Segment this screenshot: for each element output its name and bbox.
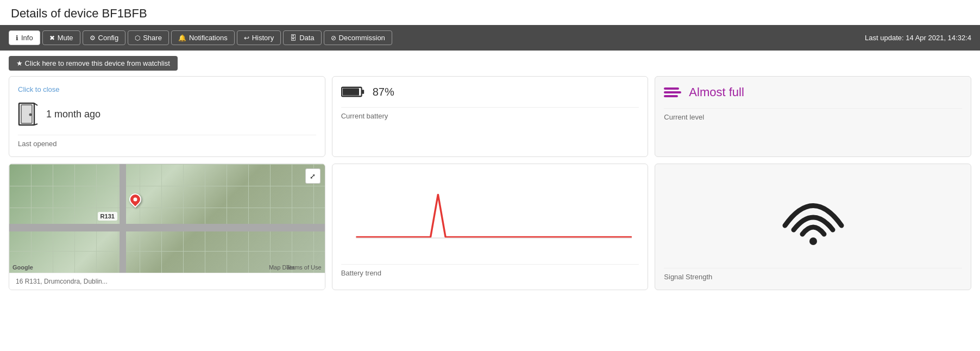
- tab-mute[interactable]: ✖ Mute: [42, 30, 80, 45]
- pin-body: [127, 191, 144, 208]
- battery-icon: [341, 85, 365, 98]
- waves-icon: [664, 87, 681, 97]
- door-icon-wrap: [18, 102, 39, 126]
- map-card: R131 ⤢ Google Map Data Terms of Use 16 R…: [9, 164, 325, 290]
- gear-icon: ⚙: [90, 34, 96, 42]
- tab-share[interactable]: ⬡ Share: [128, 30, 169, 45]
- wave-line-3: [664, 95, 678, 97]
- pin-dot: [134, 198, 137, 202]
- road-label: R131: [98, 212, 117, 221]
- share-icon: ⬡: [135, 34, 140, 42]
- info-icon: ℹ: [16, 34, 18, 42]
- svg-rect-7: [342, 89, 359, 96]
- info-card-label: Last opened: [18, 135, 316, 148]
- main-content: Click to close 1 month ago Last opened: [0, 76, 980, 299]
- level-status: Almost full: [689, 85, 744, 99]
- trend-chart: [341, 173, 639, 260]
- info-main: 1 month ago: [18, 102, 316, 130]
- decommission-icon: ⊘: [331, 34, 336, 42]
- tab-config[interactable]: ⚙ Config: [83, 30, 126, 45]
- google-logo: Google: [12, 264, 33, 271]
- trend-card: Battery trend: [332, 164, 649, 290]
- map-footer: 16 R131, Drumcondra, Dublin...: [9, 273, 325, 290]
- last-update: Last update: 14 Apr 2021, 14:32:4: [865, 34, 971, 42]
- info-card: Click to close 1 month ago Last opened: [9, 76, 325, 157]
- tab-decommission[interactable]: ⊘ Decommission: [324, 30, 392, 45]
- map-container: R131 ⤢ Google Map Data Terms of Use: [9, 164, 325, 273]
- page-title: Details of device BF1BFB: [11, 7, 969, 21]
- tab-info[interactable]: ℹ Info: [9, 30, 40, 45]
- level-card: Almost full Current level: [655, 76, 971, 157]
- battery-main: 87%: [341, 85, 639, 103]
- toolbar: ℹ Info ✖ Mute ⚙ Config ⬡ Share 🔔 Notific…: [0, 25, 980, 51]
- watchlist-bar: ★ Click here to remove this device from …: [0, 51, 980, 76]
- info-time: 1 month ago: [46, 109, 100, 120]
- battery-card: 87% Current battery: [332, 76, 649, 157]
- mute-icon: ✖: [49, 34, 55, 42]
- data-icon: 🗄: [290, 34, 297, 42]
- map-terms-link[interactable]: Terms of Use: [286, 264, 322, 271]
- signal-icon-container: [664, 173, 962, 264]
- door-icon: [18, 102, 39, 126]
- wifi-signal-icon: [781, 194, 846, 243]
- level-card-label: Current level: [664, 108, 962, 121]
- signal-card-label: Signal Strength: [664, 268, 962, 281]
- tab-data[interactable]: 🗄 Data: [283, 30, 321, 45]
- battery-percentage: 87%: [373, 86, 394, 98]
- tab-notifications[interactable]: 🔔 Notifications: [171, 30, 235, 45]
- wifi-svg: [781, 194, 846, 246]
- road-horizontal: [9, 224, 325, 231]
- bell-icon: 🔔: [178, 34, 186, 42]
- level-main: Almost full: [664, 85, 962, 104]
- svg-rect-6: [361, 90, 364, 93]
- wave-line-1: [664, 87, 679, 90]
- click-to-close-link[interactable]: Click to close: [18, 85, 316, 93]
- trend-card-label: Battery trend: [341, 264, 639, 277]
- tab-history[interactable]: ↩ History: [237, 30, 281, 45]
- map-expand-button[interactable]: ⤢: [305, 168, 321, 184]
- svg-point-2: [29, 114, 32, 116]
- map-pin: [129, 193, 141, 205]
- svg-point-9: [809, 237, 817, 245]
- history-icon: ↩: [244, 34, 249, 42]
- road-vertical: [120, 164, 126, 273]
- signal-card: Signal Strength: [655, 164, 971, 290]
- battery-trend-chart: [341, 173, 639, 260]
- battery-card-label: Current battery: [341, 107, 639, 120]
- tab-list: ℹ Info ✖ Mute ⚙ Config ⬡ Share 🔔 Notific…: [9, 30, 392, 45]
- wave-line-2: [664, 91, 681, 93]
- watchlist-button[interactable]: ★ Click here to remove this device from …: [9, 56, 178, 71]
- map-background: R131 ⤢ Google Map Data Terms of Use: [9, 164, 325, 273]
